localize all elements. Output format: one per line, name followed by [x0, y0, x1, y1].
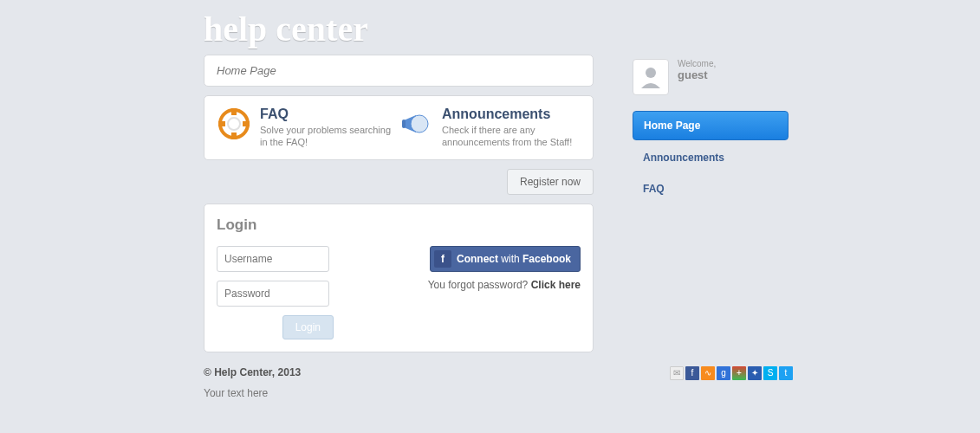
- google-icon[interactable]: g: [717, 366, 730, 380]
- user-box: Welcome, guest: [633, 59, 789, 95]
- fb-prefix: Connect: [457, 253, 498, 265]
- svg-point-8: [646, 68, 656, 78]
- site-logo: help center: [204, 9, 594, 49]
- fb-mid: with: [498, 253, 522, 265]
- username-input[interactable]: [217, 246, 329, 272]
- svg-rect-5: [243, 121, 250, 126]
- forgot-text: You forgot password?: [428, 279, 531, 291]
- nav-faq[interactable]: FAQ: [633, 175, 789, 203]
- login-button[interactable]: Login: [282, 315, 334, 339]
- tile-faq-desc: Solve your problems searching in the FAQ…: [260, 124, 399, 149]
- email-icon[interactable]: ✉: [670, 366, 684, 380]
- gplus-icon[interactable]: +: [732, 366, 746, 380]
- fb-brand: Facebook: [522, 253, 571, 265]
- breadcrumb: Home Page: [204, 55, 593, 86]
- tile-ann-desc: Check if there are any announcements fro…: [442, 124, 581, 149]
- skype-icon[interactable]: S: [763, 366, 777, 380]
- tile-announcements[interactable]: Announcements Check if there are any ann…: [399, 107, 581, 149]
- social-icons: ✉ f ∿ g + ✦ S t: [670, 366, 793, 399]
- facebook-social-icon[interactable]: f: [685, 366, 699, 380]
- footer-copyright: © Help Center, 2013: [204, 366, 301, 378]
- nav-home[interactable]: Home Page: [633, 111, 789, 140]
- svg-point-1: [228, 118, 240, 130]
- forgot-password-link[interactable]: Click here: [531, 279, 581, 291]
- svg-rect-7: [402, 120, 406, 128]
- sidebar-nav: Home Page Announcements FAQ: [633, 111, 789, 203]
- megaphone-icon: [399, 107, 433, 141]
- avatar: [633, 59, 669, 95]
- tile-faq-title: FAQ: [260, 107, 399, 122]
- lifebuoy-icon: [217, 107, 251, 141]
- tile-faq[interactable]: FAQ Solve your problems searching in the…: [217, 107, 399, 149]
- register-button[interactable]: Register now: [507, 169, 594, 195]
- rss-icon[interactable]: ∿: [701, 366, 715, 380]
- password-input[interactable]: [217, 281, 329, 307]
- nav-announcements[interactable]: Announcements: [633, 144, 789, 171]
- svg-rect-3: [231, 132, 237, 139]
- svg-point-6: [411, 115, 428, 132]
- tile-ann-title: Announcements: [442, 107, 581, 122]
- tiles-panel: FAQ Solve your problems searching in the…: [204, 95, 594, 160]
- facebook-connect-button[interactable]: f Connect with Facebook: [430, 246, 581, 272]
- svg-rect-4: [218, 121, 225, 126]
- facebook-icon: f: [434, 250, 451, 268]
- myspace-icon[interactable]: ✦: [748, 366, 762, 380]
- svg-rect-2: [231, 108, 237, 115]
- twitter-icon[interactable]: t: [779, 366, 793, 380]
- username-label: guest: [678, 68, 716, 81]
- login-title: Login: [217, 216, 581, 234]
- footer-text: Your text here: [204, 387, 301, 399]
- welcome-label: Welcome,: [678, 59, 716, 68]
- login-panel: Login Login f Connect with Facebook You …: [204, 204, 594, 352]
- breadcrumb-panel: Home Page: [204, 55, 594, 87]
